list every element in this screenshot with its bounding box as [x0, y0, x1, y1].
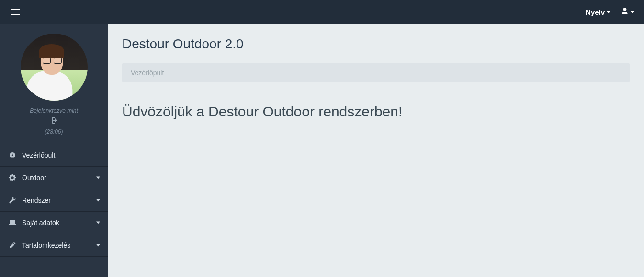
- sidebar: Bejelenktezve mint (28:06) Vezérlőpult O…: [0, 24, 108, 277]
- nav-label: Outdoor: [22, 174, 46, 182]
- chevron-down-icon: [96, 222, 100, 224]
- user-block: Bejelenktezve mint (28:06): [0, 24, 108, 144]
- svg-rect-1: [11, 12, 20, 12]
- nav-item-outdoor[interactable]: Outdoor: [0, 167, 108, 189]
- laptop-icon: [8, 219, 17, 226]
- nav-label: Vezérlőpult: [22, 151, 55, 159]
- session-timer: (28:06): [5, 128, 103, 135]
- logout-button[interactable]: [50, 117, 58, 126]
- svg-rect-0: [11, 9, 20, 10]
- dashboard-icon: [8, 152, 17, 159]
- sidebar-nav: Vezérlőpult Outdoor Rendszer: [0, 144, 108, 257]
- svg-rect-2: [11, 14, 20, 15]
- logged-in-as-label: Bejelenktezve mint: [5, 107, 103, 114]
- breadcrumb: Vezérlőpult: [122, 63, 630, 82]
- welcome-heading: Üdvözöljük a Destour Outdoor rendszerben…: [122, 104, 630, 120]
- nav-item-dashboard[interactable]: Vezérlőpult: [0, 144, 108, 167]
- nav-item-profile[interactable]: Saját adatok: [0, 212, 108, 234]
- pencil-icon: [8, 242, 17, 249]
- main-content: Destour Outdoor 2.0 Vezérlőpult Üdvözölj…: [108, 24, 644, 277]
- signout-icon: [50, 117, 58, 126]
- caret-down-icon: [607, 11, 610, 13]
- user-icon: [621, 7, 629, 17]
- nav-label: Rendszer: [22, 196, 51, 204]
- chevron-down-icon: [96, 244, 100, 247]
- caret-down-icon: [631, 11, 634, 13]
- nav-label: Tartalomkezelés: [22, 242, 70, 249]
- nav-item-content[interactable]: Tartalomkezelés: [0, 234, 108, 257]
- chevron-down-icon: [96, 177, 100, 179]
- user-menu-dropdown[interactable]: [621, 7, 634, 17]
- topbar: Nyelv: [0, 0, 644, 24]
- nav-label: Saját adatok: [22, 219, 59, 227]
- menu-toggle-button[interactable]: [10, 7, 22, 17]
- language-dropdown[interactable]: Nyelv: [586, 8, 610, 16]
- language-label: Nyelv: [586, 8, 605, 16]
- page-title: Destour Outdoor 2.0: [122, 36, 630, 52]
- nav-item-system[interactable]: Rendszer: [0, 189, 108, 212]
- wrench-icon: [8, 197, 17, 204]
- gear-icon: [8, 174, 17, 181]
- chevron-down-icon: [96, 199, 100, 202]
- avatar: [21, 34, 88, 101]
